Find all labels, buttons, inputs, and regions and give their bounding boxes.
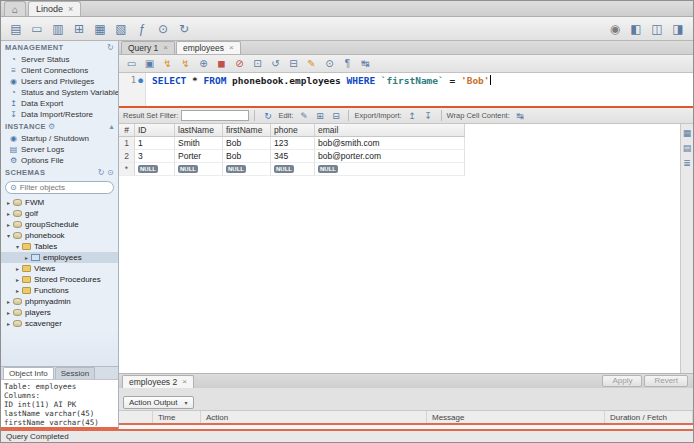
action-output-column-action[interactable]: Action [201, 411, 427, 423]
refresh-icon[interactable]: ↻ [107, 43, 114, 52]
collapsed-arrow-icon[interactable]: ▸ [4, 199, 13, 206]
sql-code-text[interactable]: SELECT * FROM phonebook.employees WHERE … [146, 73, 693, 106]
collapsed-arrow-icon[interactable]: ▸ [4, 210, 13, 217]
stop-icon[interactable]: ◼ [213, 56, 230, 71]
expanded-arrow-icon[interactable]: ▾ [13, 243, 22, 250]
wrap-text-icon[interactable]: ↹ [357, 56, 374, 71]
sidebar-item-data-import-restore[interactable]: ↧Data Import/Restore [1, 109, 118, 120]
instance-section-header[interactable]: INSTANCE ⚙ ▴ [1, 120, 118, 133]
grid-cell[interactable]: NULL [223, 163, 271, 176]
tree-item-groupschedule[interactable]: ▸groupSchedule [1, 219, 118, 230]
grid-cell[interactable]: Bob [223, 150, 271, 163]
sidebar-tab-object-info[interactable]: Object Info [3, 367, 54, 379]
form-editor-view-icon[interactable]: ▤ [680, 141, 694, 154]
new-query-tab-icon[interactable]: ▤ [6, 20, 26, 38]
output-type-dropdown[interactable]: Action Output ▾ [123, 396, 194, 409]
collapsed-arrow-icon[interactable]: ▸ [4, 320, 13, 327]
result-grid-view-icon[interactable]: ▦ [680, 126, 694, 139]
tree-item-tables[interactable]: ▾Tables [1, 241, 118, 252]
action-output-column-time[interactable]: Time [153, 411, 201, 423]
grid-cell[interactable]: Porter [175, 150, 223, 163]
search-data-icon[interactable]: ⊙ [153, 20, 173, 38]
sidebar-item-users-and-privileges[interactable]: ◉Users and Privileges [1, 76, 118, 87]
grid-column-header-email[interactable]: email [315, 124, 465, 137]
create-procedure-icon[interactable]: ▧ [111, 20, 131, 38]
sidebar-item-status-and-system-variables[interactable]: ◔Status and System Variables [1, 87, 118, 98]
tree-item-phonebook[interactable]: ▾phonebook [1, 230, 118, 241]
tree-item-players[interactable]: ▸players [1, 307, 118, 318]
tree-item-employees[interactable]: ▸employees [1, 252, 118, 263]
grid-cell[interactable]: Smith [175, 137, 223, 150]
insert-row-icon[interactable]: ⊞ [312, 109, 327, 122]
grid-cell[interactable]: NULL [175, 163, 223, 176]
collapse-icon[interactable]: ▴ [110, 122, 114, 131]
tree-item-stored-procedures[interactable]: ▸Stored Procedures [1, 274, 118, 285]
action-output-column-duration-fetch[interactable]: Duration / Fetch [605, 411, 693, 423]
create-function-icon[interactable]: ƒ [132, 20, 152, 38]
action-output-column-message[interactable]: Message [427, 411, 605, 423]
tree-item-fwm[interactable]: ▸FWM [1, 197, 118, 208]
grid-column-header-firstname[interactable]: firstName [223, 124, 271, 137]
open-script-icon[interactable]: ▭ [123, 56, 140, 71]
collapsed-arrow-icon[interactable]: ▸ [13, 287, 22, 294]
create-schema-icon[interactable]: ▥ [48, 20, 68, 38]
grid-column-header-id[interactable]: ID [135, 124, 175, 137]
rollback-icon[interactable]: ↺ [267, 56, 284, 71]
grid-cell[interactable]: Bob [223, 137, 271, 150]
tree-item-phpmyadmin[interactable]: ▸phpmyadmin [1, 296, 118, 307]
management-section-header[interactable]: MANAGEMENT ↻ [1, 41, 118, 54]
wrench-icon[interactable]: ⚙ [48, 122, 56, 131]
grid-column-header-lastname[interactable]: lastName [175, 124, 223, 137]
sidebar-item-data-export[interactable]: ↥Data Export [1, 98, 118, 109]
stop-on-error-icon[interactable]: ⊘ [231, 56, 248, 71]
connection-tab-linode[interactable]: Linode × [28, 1, 81, 16]
save-script-icon[interactable]: ▣ [141, 56, 158, 71]
schemas-section-header[interactable]: SCHEMAS ↻ ⊙ [1, 166, 118, 179]
tree-item-views[interactable]: ▸Views [1, 263, 118, 274]
invisibles-icon[interactable]: ¶ [339, 56, 356, 71]
reconnect-icon[interactable]: ↻ [174, 20, 194, 38]
close-tab-icon[interactable]: × [163, 44, 168, 52]
toggle-left-sidebar-icon[interactable]: ◧ [626, 20, 646, 38]
tree-item-scavenger[interactable]: ▸scavenger [1, 318, 118, 329]
sidebar-item-client-connections[interactable]: ≡Client Connections [1, 65, 118, 76]
sidebar-item-server-logs[interactable]: ▤Server Logs [1, 144, 118, 155]
revert-button[interactable]: Revert [644, 375, 688, 387]
collapsed-arrow-icon[interactable]: ▸ [22, 254, 31, 261]
explain-icon[interactable]: ⊕ [195, 56, 212, 71]
tree-item-functions[interactable]: ▸Functions [1, 285, 118, 296]
schema-filter-input[interactable] [20, 183, 109, 192]
grid-cell[interactable]: bob@smith.com [315, 137, 465, 150]
editor-tab-employees[interactable]: employees× [176, 41, 241, 54]
export-records-icon[interactable]: ↥ [405, 109, 420, 122]
close-tab-icon[interactable]: × [182, 378, 187, 386]
field-types-view-icon[interactable]: ≣ [680, 156, 694, 169]
toggle-bottom-panel-icon[interactable]: ◫ [647, 20, 667, 38]
grid-cell[interactable]: bob@porter.com [315, 150, 465, 163]
collapsed-arrow-icon[interactable]: ▸ [13, 265, 22, 272]
sidebar-tab-session[interactable]: Session [55, 367, 95, 379]
close-tab-icon[interactable]: × [229, 44, 234, 52]
collapsed-arrow-icon[interactable]: ▸ [4, 221, 13, 228]
collapsed-arrow-icon[interactable]: ▸ [4, 309, 13, 316]
sidebar-item-options-file[interactable]: ⚙Options File [1, 155, 118, 166]
create-table-icon[interactable]: ⊞ [69, 20, 89, 38]
grid-row-number[interactable]: 2 [119, 150, 135, 163]
result-grid[interactable]: #IDlastNamefirstNamephoneemail 11SmithBo… [119, 124, 680, 373]
delete-row-icon[interactable]: ⊟ [328, 109, 343, 122]
sql-code-editor[interactable]: 1 ● SELECT * FROM phonebook.employees WH… [119, 73, 693, 108]
collapsed-arrow-icon[interactable]: ▸ [13, 276, 22, 283]
close-tab-icon[interactable]: × [68, 5, 73, 14]
schema-filter-box[interactable]: ⊙ [5, 181, 114, 194]
grid-row-number[interactable]: * [119, 163, 135, 176]
sidebar-item-server-status[interactable]: ◔Server Status [1, 54, 118, 65]
execute-current-statement-icon[interactable]: ↯ [177, 56, 194, 71]
apply-button[interactable]: Apply [602, 375, 642, 387]
filter-eye-icon[interactable]: ⊙ [107, 168, 114, 177]
commit-icon[interactable]: ⊡ [249, 56, 266, 71]
refresh-schemas-icon[interactable]: ↻ [98, 168, 105, 177]
sidebar-item-startup-shutdown[interactable]: ◉Startup / Shutdown [1, 133, 118, 144]
grid-cell[interactable]: 123 [271, 137, 315, 150]
editor-tab-query-1[interactable]: Query 1× [121, 41, 175, 54]
grid-cell[interactable]: 345 [271, 150, 315, 163]
